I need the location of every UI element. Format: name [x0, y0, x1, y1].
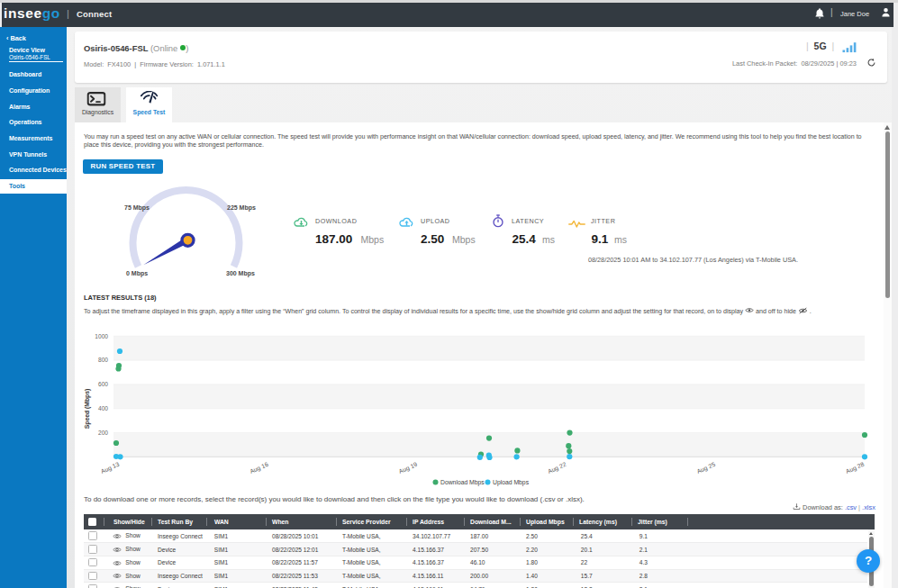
svg-text:Aug 13: Aug 13: [100, 461, 121, 475]
svg-text:600: 600: [98, 381, 108, 387]
svg-text:Aug 19: Aug 19: [398, 461, 419, 475]
svg-text:Aug 16: Aug 16: [249, 461, 269, 475]
svg-text:Upload Mbps: Upload Mbps: [493, 479, 530, 486]
svg-text:400: 400: [98, 405, 108, 412]
svg-text:Aug 22: Aug 22: [547, 461, 567, 475]
svg-text:Speed (Mbps): Speed (Mbps): [84, 389, 91, 430]
svg-text:Aug 28: Aug 28: [845, 461, 866, 475]
svg-text:200: 200: [98, 430, 108, 436]
svg-text:Aug 25: Aug 25: [695, 461, 716, 475]
svg-text:800: 800: [98, 357, 108, 363]
svg-text:Download Mbps: Download Mbps: [440, 479, 485, 486]
svg-text:1000: 1000: [95, 333, 108, 339]
